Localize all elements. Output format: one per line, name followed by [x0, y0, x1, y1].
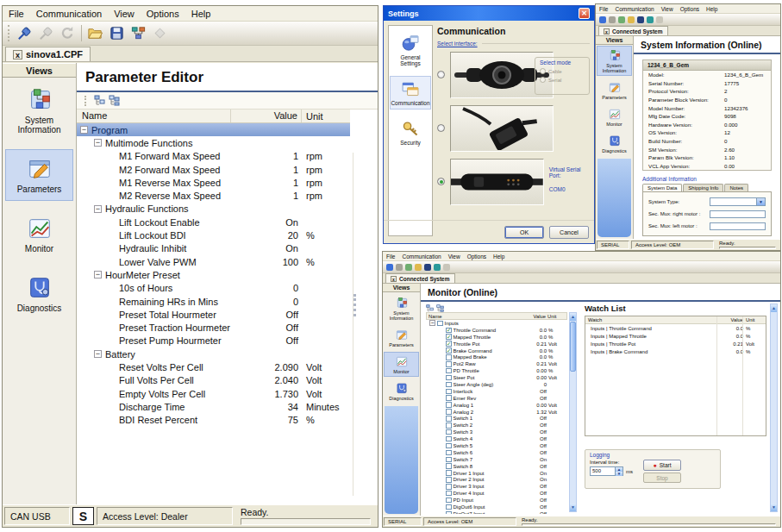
document-tab[interactable]: x Connected System [385, 273, 455, 283]
watch-checkbox[interactable] [446, 416, 452, 422]
monitor-row[interactable]: Pot2 Raw 0.21 Volt [426, 360, 567, 367]
monitor-row[interactable]: PD Input Off [426, 497, 567, 504]
watch-checkbox[interactable] [446, 375, 452, 381]
watch-checkbox[interactable] [446, 484, 452, 490]
parameter-row[interactable]: Program [77, 123, 350, 136]
menu-item[interactable]: File [383, 253, 398, 260]
open-file-icon[interactable] [628, 16, 635, 23]
interface-radio[interactable] [437, 71, 445, 78]
watch-checkbox[interactable] [446, 409, 452, 415]
column-unit[interactable]: Unit [546, 314, 566, 319]
watch-checkbox[interactable] [446, 389, 452, 395]
parameter-row[interactable]: Hydraulic Functions [77, 203, 350, 216]
monitor-row[interactable]: Mapped Throttle 0.0 % [426, 334, 567, 341]
monitor-row[interactable]: Switch 4 Off [426, 435, 567, 442]
sidebar-item-monitor[interactable]: Monitor [597, 104, 632, 129]
monitor-row[interactable]: Emer Rev Off [426, 395, 567, 402]
monitor-row[interactable]: Driver 1 Input On [426, 470, 567, 477]
watch-checkbox[interactable] [446, 477, 452, 483]
parameter-row[interactable]: Reset Volts Per Cell 2.090 Volt [77, 360, 350, 373]
document-tab[interactable]: x sinova1.CPF [5, 47, 91, 61]
tree-scrollbar[interactable]: ▲ ▼ [569, 312, 577, 512]
splitter-handle[interactable] [353, 294, 357, 316]
watch-checkbox[interactable] [446, 511, 452, 514]
column-value[interactable]: Value [231, 110, 302, 122]
watch-checkbox[interactable] [446, 328, 452, 334]
watch-row[interactable]: Inputs | Brake Command 0.0 % [585, 347, 766, 355]
menu-item[interactable]: Communication [30, 8, 108, 20]
monitor-row[interactable]: Interlock Off [426, 388, 567, 395]
open-file-icon[interactable] [415, 264, 422, 271]
menu-item[interactable]: Options [677, 6, 703, 12]
monitor-row[interactable]: Mapped Brake 0.0 % [426, 354, 567, 360]
monitor-row[interactable]: Switch 6 Off [426, 449, 567, 456]
scroll-down-icon[interactable]: ▼ [570, 504, 576, 511]
tab[interactable]: System Data [642, 184, 682, 191]
parameter-row[interactable]: Lift Lockout BDI 20 % [77, 228, 350, 241]
system-type-dropdown[interactable]: ▼ [710, 197, 766, 206]
nav-security[interactable]: Security [390, 116, 431, 149]
monitor-row[interactable]: Switch 5 Off [426, 442, 567, 449]
parameter-row[interactable]: Preset Pump Hourmeter Off [77, 335, 350, 347]
connect-icon[interactable] [386, 264, 393, 271]
watch-checkbox[interactable] [446, 422, 452, 429]
parameter-row[interactable]: 10s of Hours 0 [77, 282, 350, 295]
interface-radio-selected[interactable] [437, 178, 445, 185]
sidebar-item-system-information[interactable]: System Information [597, 46, 632, 76]
column-unit[interactable]: Unit [743, 317, 766, 322]
menu-item[interactable]: Communication [611, 6, 657, 12]
parameter-row[interactable]: Lower Valve PWM 100 % [77, 255, 350, 268]
monitor-row[interactable]: Switch 3 Off [426, 429, 567, 435]
column-unit[interactable]: Unit [302, 111, 350, 122]
menu-item[interactable]: File [3, 8, 30, 20]
watch-checkbox[interactable] [446, 361, 452, 367]
parameter-row[interactable]: Full Volts Per Cell 2.040 Volt [77, 374, 350, 387]
watch-checkbox[interactable] [446, 429, 452, 435]
watch-checkbox[interactable] [446, 436, 452, 442]
expander-icon[interactable] [80, 126, 88, 134]
sidebar-item-parameters[interactable]: Parameters [5, 149, 73, 201]
expander-icon[interactable] [94, 350, 102, 358]
nav-general-settings[interactable]: General Settings [390, 30, 431, 70]
monitor-row[interactable]: Throttle Command 0.0 % [426, 327, 567, 334]
parameter-row[interactable]: Preset Total Hourmeter Off [77, 308, 350, 321]
parameter-row[interactable]: Lift Lockout Enable On [77, 216, 350, 228]
sidebar-item-system-information[interactable]: System Information [384, 293, 419, 323]
monitor-row[interactable]: Switch 1 Off [426, 415, 567, 422]
cancel-button[interactable]: Cancel [549, 226, 589, 239]
interval-input[interactable]: 500 [590, 466, 616, 476]
pane-scrollbar[interactable]: ▲ ▼ [770, 304, 778, 512]
monitor-row[interactable]: PD Throttle 0.00 % [426, 367, 567, 374]
dialog-titlebar[interactable]: Settings ✕ [384, 6, 594, 21]
parameter-row[interactable]: M2 Forward Max Speed 1 rpm [77, 163, 350, 176]
parameter-row[interactable]: Remaining HRs in Mins 0 [77, 295, 350, 308]
connect-icon[interactable] [599, 16, 606, 23]
close-tab-icon[interactable]: x [391, 276, 397, 282]
close-tab-icon[interactable]: x [604, 28, 610, 34]
column-watch[interactable]: Watch [585, 317, 717, 322]
parameter-row[interactable]: M1 Forward Max Speed 1 rpm [77, 150, 350, 163]
watch-checkbox[interactable] [446, 470, 452, 476]
watch-checkbox[interactable] [446, 504, 452, 510]
parameter-row[interactable]: M1 Reverse Max Speed 1 rpm [77, 176, 350, 189]
watch-checkbox[interactable] [446, 354, 452, 360]
watch-checkbox[interactable] [446, 498, 452, 504]
expand-all-icon[interactable] [109, 95, 120, 106]
sidebar-item-diagnostics[interactable]: Diagnostics [384, 379, 419, 404]
watch-checkbox[interactable] [446, 347, 452, 354]
save-icon[interactable] [424, 264, 431, 271]
parameter-row[interactable]: HourMeter Preset [77, 268, 350, 281]
monitor-row[interactable]: Inputs [426, 320, 567, 327]
monitor-row[interactable]: DigOut7 Input Off [426, 510, 567, 514]
monitor-row[interactable]: Throttle Pot 0.21 Volt [426, 341, 567, 347]
menu-item[interactable]: View [445, 253, 464, 260]
sidebar-item-parameters[interactable]: Parameters [597, 78, 632, 103]
sidebar-item-diagnostics[interactable]: Diagnostics [597, 131, 632, 156]
menu-item[interactable]: Help [703, 6, 721, 12]
expander-icon[interactable] [94, 139, 102, 147]
menu-item[interactable]: Options [464, 253, 490, 260]
layout-icon[interactable] [128, 24, 148, 43]
parameter-row[interactable]: Battery [77, 347, 350, 360]
menu-item[interactable]: File [596, 6, 611, 12]
mux-left-input[interactable] [710, 222, 766, 230]
